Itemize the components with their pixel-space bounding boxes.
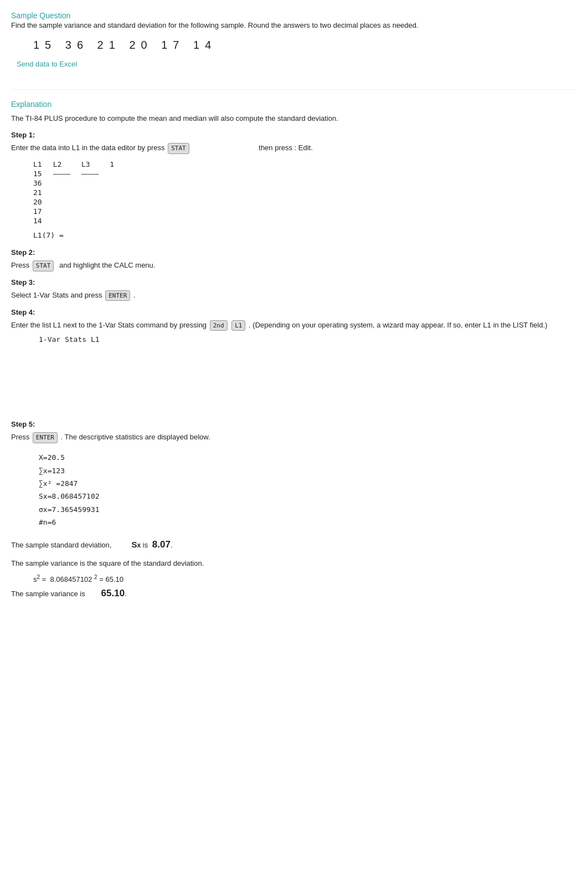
l1-val-36: 36 [33,178,53,188]
step2-text: Press STAT and highlight the CALC menu. [11,260,577,272]
formula-line: s2 = 8.068457102 2 = 65.10 [33,574,577,583]
formula-eq: = [42,575,48,583]
sx-subscript: x [137,541,141,549]
stat-button: STAT [168,143,189,154]
result1-line: The sample standard deviation, Sx is 8.0… [11,537,577,553]
step1-text: Enter the data into L1 in the data edito… [11,142,577,154]
col-l3-header: L3 [81,160,110,169]
step5-text: Press ENTER . The descriptive statistics… [11,432,577,443]
l1-val-17: 17 [33,207,53,216]
divider [11,89,577,90]
result1-value: 8.07 [152,539,171,550]
data-numbers: 15 36 21 20 17 14 [33,39,577,52]
question-text: Find the sample variance and standard de… [11,20,577,31]
col-l2-header: L2 [53,160,81,169]
col-l1-header: L1 [33,160,53,169]
result3-line: The sample variance is 65.10. [11,588,577,599]
sample-question-header: Sample Question [11,11,577,20]
explanation-label: Explanation [11,100,577,109]
result1-is: is [143,541,148,549]
l3-dashes: ———— [81,169,110,178]
step4-label: Step 4: [11,308,577,316]
l1-val-14: 14 [33,216,53,226]
l2-dashes: ———— [53,169,81,178]
stat-sum-x2: ∑x² =2847 [39,477,577,490]
l1-button: L1 [231,320,245,331]
sx-label: S [132,540,137,549]
var-stat-label: 1-Var Stats L1 [39,335,577,344]
result2-line: The sample variance is the square of the… [11,557,577,570]
send-excel-link[interactable]: Send data to Excel [17,60,77,68]
formula-result: = 65.10 [99,575,123,583]
step1-label: Step 1: [11,131,577,139]
step2-label: Step 2: [11,248,577,257]
2nd-button: 2nd [210,320,228,331]
stat-n: #n=6 [39,516,577,529]
stat-sum-x: ∑x=123 [39,464,577,477]
formula-sq-sup: 2 [94,574,97,580]
step3-label: Step 3: [11,278,577,286]
formula-val: 8.068457102 [50,575,92,583]
result3-value: 65.10 [101,588,125,598]
enter-button-2: ENTER [33,432,58,443]
step4-text: Enter the list L1 next to the 1-Var Stat… [11,320,577,331]
l1-val-21: 21 [33,188,53,197]
enter-button: ENTER [105,290,130,301]
formula-sup: 2 [37,574,40,580]
sample-question-label: Sample Question [11,11,70,20]
step5-label: Step 5: [11,420,577,428]
stat-xbar: X=20.5 [39,451,577,464]
l1-val-15: 15 [33,169,53,178]
stat-button-2: STAT [33,260,54,272]
l1-val-20: 20 [33,197,53,207]
calculator-image-placeholder [11,347,577,413]
stats-display: X=20.5 ∑x=123 ∑x² =2847 Sx=8.068457102 σ… [39,451,577,529]
stat-sigma-x: σx=7.365459931 [39,503,577,516]
l1-index-row: L1(7) = [33,231,577,239]
step3-text: Select 1-Var Stats and press ENTER . [11,290,577,301]
data-table: L1 L2 L3 1 15 ———— ———— 36 21 20 [33,160,577,226]
explanation-intro: The TI-84 PLUS procedure to compute the … [11,113,577,125]
col-1-header: 1 [110,160,125,169]
stat-sx: Sx=8.068457102 [39,490,577,503]
explanation-section: Explanation The TI-84 PLUS procedure to … [11,100,577,599]
